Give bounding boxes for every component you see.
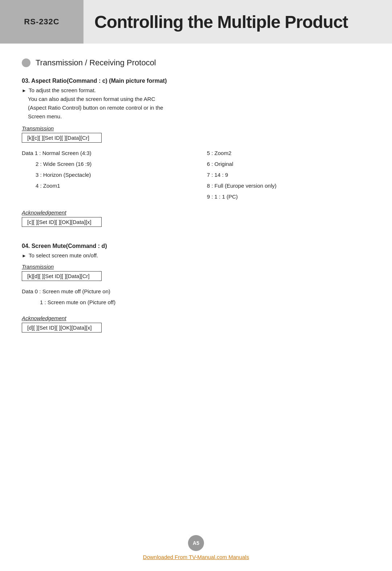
transmission-label-03: Transmission	[22, 125, 370, 131]
command-04-section: 04. Screen Mute(Command : d) ► To select…	[22, 243, 370, 338]
main-content: Transmission / Receiving Protocol 03. As…	[0, 44, 392, 370]
triangle-icon-03: ►	[22, 88, 26, 93]
data-row-04-1: 1 : Screen mute on (Picture off)	[22, 297, 370, 308]
data-table-03: Data 1 : Normal Screen (4:3) 2 : Wide Sc…	[22, 148, 370, 202]
transmission-label-04: Transmission	[22, 264, 370, 270]
command-03-desc-1: ► To adjust the screen format.	[22, 87, 370, 93]
command-03-sub-desc: You can also adjust the screen format us…	[28, 95, 370, 121]
data-row-1: Data 1 : Normal Screen (4:3)	[22, 148, 185, 159]
header-badge: RS-232C	[24, 17, 59, 26]
data-row-04-0: Data 0 : Screen mute off (Picture on)	[22, 286, 370, 297]
data-col-left-03: Data 1 : Normal Screen (4:3) 2 : Wide Sc…	[22, 148, 185, 202]
ack-label-04: Acknowledgement	[22, 315, 370, 321]
data-col-04: Data 0 : Screen mute off (Picture on) 1 …	[22, 286, 370, 308]
data-row-6: 6 : Original	[207, 159, 370, 170]
header-title-area: Controlling the Multiple Product	[83, 0, 392, 44]
page-title: Controlling the Multiple Product	[94, 12, 348, 32]
data-row-5: 5 : Zoom2	[207, 148, 370, 159]
page-header: RS-232C Controlling the Multiple Product	[0, 0, 392, 44]
transmission-code-04: [k][d][ ][Set ID][ ][Data][Cr]	[22, 271, 102, 281]
transmission-block-04: Transmission [k][d][ ][Set ID][ ][Data][…	[22, 264, 370, 286]
ack-code-04: [d][ ][Set ID][ ][OK][Data][x]	[22, 323, 102, 333]
command-03-section: 03. Aspect Ratio(Command : c) (Main pict…	[22, 78, 370, 232]
data-row-8: 8 : Full (Europe version only)	[207, 180, 370, 191]
data-row-7: 7 : 14 : 9	[207, 170, 370, 180]
section-title: Transmission / Receiving Protocol	[36, 58, 156, 68]
ack-label-03: Acknowledgement	[22, 209, 370, 216]
data-col-right-03: 5 : Zoom2 6 : Original 7 : 14 : 9 8 : Fu…	[207, 148, 370, 202]
command-03-heading: 03. Aspect Ratio(Command : c) (Main pict…	[22, 78, 370, 84]
triangle-icon-04: ►	[22, 253, 26, 258]
section-header: Transmission / Receiving Protocol	[22, 58, 370, 68]
data-table-04: Data 0 : Screen mute off (Picture on) 1 …	[22, 286, 370, 308]
footer-link[interactable]: Downloaded From TV-Manual.com Manuals	[143, 554, 249, 560]
data-row-2: 2 : Wide Screen (16 :9)	[22, 159, 185, 170]
header-badge-area: RS-232C	[0, 0, 83, 44]
page-badge: A5	[188, 535, 204, 551]
data-row-9: 9 : 1 : 1 (PC)	[207, 191, 370, 202]
page-footer: A5 Downloaded From TV-Manual.com Manuals	[0, 535, 392, 560]
data-row-3: 3 : Horizon (Spectacle)	[22, 170, 185, 180]
section-circle-icon	[22, 58, 30, 67]
data-row-4: 4 : Zoom1	[22, 180, 185, 191]
ack-code-03: [c][ ][Set ID][ ][OK][Data][x]	[22, 217, 102, 227]
transmission-code-03: [k][c][ ][Set ID][ ][Data][Cr]	[22, 133, 102, 143]
command-04-heading: 04. Screen Mute(Command : d)	[22, 243, 370, 249]
command-04-desc-1: ► To select screen mute on/off.	[22, 252, 370, 258]
ack-section-03: Acknowledgement [c][ ][Set ID][ ][OK][Da…	[22, 209, 370, 232]
ack-section-04: Acknowledgement [d][ ][Set ID][ ][OK][Da…	[22, 315, 370, 338]
